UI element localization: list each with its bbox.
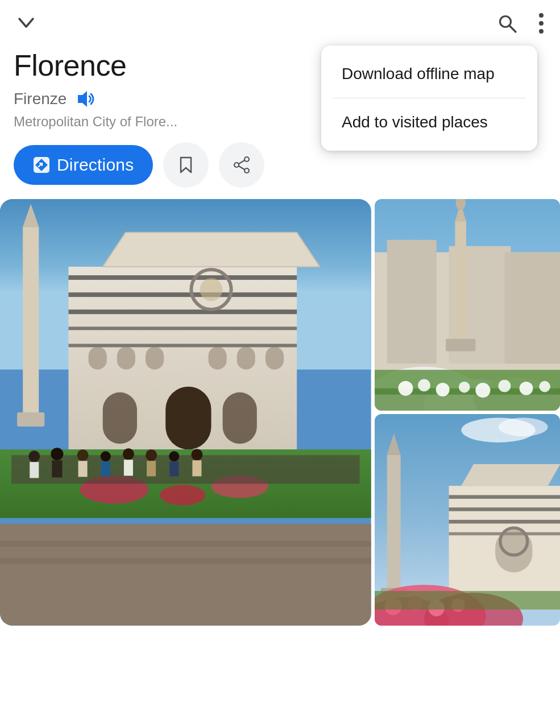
svg-rect-20: [68, 275, 297, 280]
svg-rect-22: [68, 309, 297, 314]
svg-point-4: [539, 29, 544, 34]
svg-rect-47: [78, 461, 88, 477]
search-icon: [496, 13, 518, 34]
share-button[interactable]: [219, 142, 264, 188]
main-photo: [0, 199, 371, 626]
svg-line-12: [239, 160, 244, 164]
svg-rect-58: [0, 524, 371, 626]
bottom-right-photo: [375, 414, 560, 626]
svg-rect-18: [17, 412, 44, 427]
more-options-button[interactable]: [536, 10, 546, 36]
svg-point-44: [51, 448, 63, 460]
top-bar: [0, 0, 560, 42]
svg-point-78: [435, 383, 449, 396]
photo-top-right[interactable]: [375, 199, 560, 411]
svg-rect-60: [0, 558, 371, 564]
save-button[interactable]: [163, 142, 209, 188]
svg-rect-91: [449, 495, 560, 499]
photos-grid: [0, 199, 560, 626]
svg-rect-93: [449, 520, 560, 524]
search-button[interactable]: [494, 10, 520, 36]
svg-point-77: [418, 379, 430, 391]
directions-button[interactable]: Directions: [14, 145, 153, 185]
svg-point-80: [475, 383, 490, 398]
svg-rect-55: [169, 461, 179, 476]
svg-rect-33: [146, 346, 164, 369]
svg-rect-105: [375, 591, 560, 610]
svg-rect-63: [387, 240, 436, 364]
svg-rect-24: [68, 344, 297, 347]
svg-point-86: [498, 417, 547, 436]
svg-rect-35: [237, 346, 255, 369]
svg-rect-65: [504, 252, 560, 363]
svg-point-48: [101, 451, 111, 461]
svg-rect-31: [89, 346, 107, 369]
directions-label: Directions: [57, 155, 134, 175]
svg-point-52: [146, 449, 157, 461]
svg-rect-53: [147, 461, 156, 476]
svg-rect-59: [0, 541, 371, 547]
download-offline-map-item[interactable]: Download offline map: [321, 50, 537, 98]
svg-point-79: [459, 382, 470, 393]
svg-point-9: [244, 157, 249, 162]
svg-rect-16: [23, 226, 39, 420]
bookmark-icon: [176, 155, 196, 175]
back-button[interactable]: [14, 11, 39, 36]
svg-rect-43: [30, 462, 39, 478]
svg-point-40: [160, 485, 205, 505]
svg-line-13: [239, 166, 244, 169]
svg-point-2: [539, 13, 544, 18]
top-right-photo: [375, 199, 560, 411]
add-visited-places-item[interactable]: Add to visited places: [321, 98, 537, 146]
svg-point-82: [519, 382, 533, 395]
svg-rect-92: [449, 507, 560, 511]
svg-point-54: [169, 451, 179, 461]
more-icon: [538, 13, 544, 34]
svg-rect-29: [103, 392, 137, 444]
svg-rect-21: [68, 292, 297, 297]
photo-bottom-right[interactable]: [375, 414, 560, 626]
svg-line-1: [509, 26, 516, 32]
svg-rect-34: [208, 346, 226, 369]
svg-rect-41: [11, 455, 359, 483]
svg-point-50: [123, 448, 134, 460]
svg-marker-25: [103, 233, 320, 267]
city-subtitle: Firenze: [14, 90, 67, 108]
svg-marker-97: [461, 464, 560, 486]
svg-point-27: [200, 278, 222, 301]
svg-rect-32: [117, 346, 135, 369]
top-bar-right: [494, 10, 546, 36]
svg-rect-28: [165, 387, 211, 449]
svg-rect-57: [192, 460, 201, 476]
svg-rect-45: [52, 460, 62, 477]
top-bar-left: [14, 11, 39, 36]
share-icon: [232, 155, 251, 175]
svg-rect-51: [124, 460, 133, 475]
svg-point-42: [28, 450, 40, 462]
svg-point-11: [244, 168, 249, 173]
pronounce-button[interactable]: [72, 86, 97, 111]
chevron-down-icon: [16, 13, 36, 34]
dropdown-menu: Download offline map Add to visited plac…: [321, 46, 537, 151]
svg-point-76: [398, 381, 413, 396]
svg-point-10: [234, 163, 239, 167]
sound-icon: [74, 89, 95, 109]
svg-rect-66: [455, 221, 466, 345]
svg-rect-36: [266, 346, 284, 369]
svg-point-83: [539, 381, 550, 392]
svg-rect-30: [223, 392, 257, 444]
photo-main[interactable]: [0, 199, 371, 626]
svg-rect-49: [101, 461, 110, 476]
svg-rect-87: [387, 455, 400, 591]
svg-rect-68: [446, 339, 475, 351]
svg-point-46: [77, 449, 89, 461]
svg-point-3: [539, 21, 544, 26]
svg-point-56: [191, 449, 202, 460]
directions-icon: [33, 156, 50, 173]
svg-point-81: [498, 379, 511, 392]
svg-rect-23: [68, 326, 297, 330]
svg-marker-5: [78, 91, 87, 107]
